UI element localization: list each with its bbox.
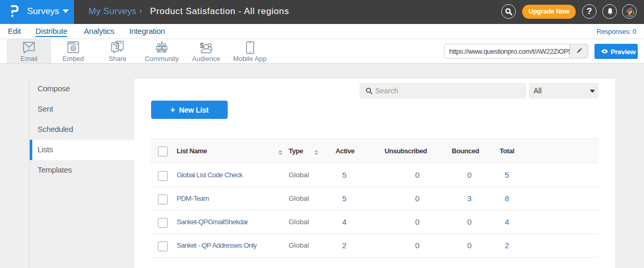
svg-text:$: $ — [200, 41, 204, 50]
